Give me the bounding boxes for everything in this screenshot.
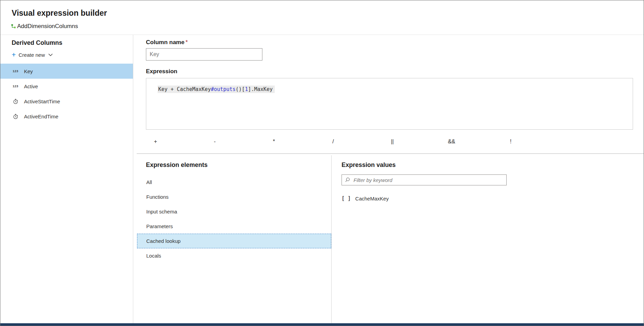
code-segment: ].MaxKey (248, 86, 273, 92)
create-new-button[interactable]: + Create new (12, 51, 133, 58)
element-item-label: Cached lookup (146, 238, 181, 244)
timestamp-clock-icon (13, 99, 20, 104)
expression-builder-main: Column name* Expression Key + CacheMaxKe… (134, 35, 644, 323)
value-item-cachemaxkey[interactable]: [ ] CacheMaxKey (342, 194, 644, 203)
filter-search-box (342, 174, 507, 185)
element-item-label: Locals (146, 253, 161, 259)
column-item-activeendtime[interactable]: ActiveEndTime (0, 109, 133, 124)
operator-and-button[interactable]: && (442, 135, 461, 148)
section-divider (137, 153, 644, 154)
required-marker: * (185, 39, 188, 45)
element-item-label: Functions (146, 194, 169, 200)
brackets-icon: [ ] (342, 195, 351, 201)
value-item-label: CacheMaxKey (355, 196, 389, 201)
column-item-label: ActiveStartTime (24, 99, 60, 104)
numeric-type-icon: 123 (13, 69, 20, 73)
expression-values-list: [ ] CacheMaxKey (342, 194, 644, 203)
expression-code-editor[interactable]: Key + CacheMaxKey#outputs()[1].MaxKey (146, 78, 633, 130)
code-segment: ()[ (236, 86, 245, 92)
visual-expression-builder-window: Visual expression builder AddDimensionCo… (0, 0, 644, 326)
column-item-label: Key (24, 68, 33, 74)
expression-code-line: Key + CacheMaxKey#outputs()[1].MaxKey (158, 86, 633, 93)
column-name-input[interactable] (146, 48, 262, 61)
column-item-key[interactable]: 123 Key (0, 64, 133, 79)
derived-column-list: 123 Key 123 Active ActiveStartTime (0, 64, 133, 124)
operator-or-button[interactable]: || (383, 135, 402, 148)
operator-multiply-button[interactable]: * (264, 135, 284, 148)
page-title: Visual expression builder (12, 9, 107, 18)
element-item-all[interactable]: All (137, 175, 331, 190)
derived-columns-panel: Derived Columns + Create new 123 Key 123… (0, 35, 133, 323)
expression-values-heading: Expression values (342, 161, 644, 169)
expression-elements-heading: Expression elements (146, 161, 331, 169)
element-item-label: Parameters (146, 223, 173, 229)
operator-minus-button[interactable]: - (205, 135, 224, 148)
element-item-parameters[interactable]: Parameters (137, 219, 331, 234)
element-item-locals[interactable]: Locals (137, 248, 331, 263)
derived-columns-heading: Derived Columns (12, 39, 133, 47)
element-item-functions[interactable]: Functions (137, 190, 331, 204)
search-icon (345, 177, 350, 184)
column-item-activestarttime[interactable]: ActiveStartTime (0, 94, 133, 109)
create-new-label: Create new (18, 52, 45, 58)
column-name-label: Column name* (146, 39, 188, 46)
numeric-type-icon: 123 (13, 84, 20, 88)
expression-elements-panel: Expression elements All Functions Input … (134, 155, 332, 323)
bottom-accent-bar (0, 323, 644, 326)
column-item-label: Active (24, 83, 38, 89)
operator-toolbar: + - * / || && ! (146, 135, 520, 148)
elements-values-split: Expression elements All Functions Input … (134, 155, 644, 323)
element-item-label: Input schema (146, 209, 177, 214)
column-item-label: ActiveEndTime (24, 114, 58, 119)
plus-icon: + (12, 51, 16, 58)
operator-not-button[interactable]: ! (501, 135, 520, 148)
expression-label: Expression (146, 68, 177, 75)
code-segment: Key + CacheMaxKey (158, 86, 211, 92)
chevron-down-icon (48, 53, 53, 56)
expression-values-panel: Expression values [ ] CacheMaxKey (332, 155, 644, 323)
element-item-cached-lookup[interactable]: Cached lookup (137, 234, 331, 248)
element-item-input-schema[interactable]: Input schema (137, 204, 331, 219)
filter-keyword-input[interactable] (342, 174, 507, 185)
transformation-subtitle: AddDimensionColumns (11, 23, 78, 30)
operator-plus-button[interactable]: + (146, 135, 165, 148)
column-item-active[interactable]: 123 Active (0, 79, 133, 94)
timestamp-clock-icon (13, 114, 20, 119)
derived-column-icon (11, 24, 16, 29)
operator-divide-button[interactable]: / (323, 135, 343, 148)
expression-elements-list: All Functions Input schema Parameters Ca… (134, 175, 331, 263)
element-item-label: All (146, 179, 152, 185)
transformation-name: AddDimensionColumns (17, 23, 78, 30)
code-segment: #outputs (211, 86, 236, 92)
code-segment: 1 (245, 86, 248, 92)
